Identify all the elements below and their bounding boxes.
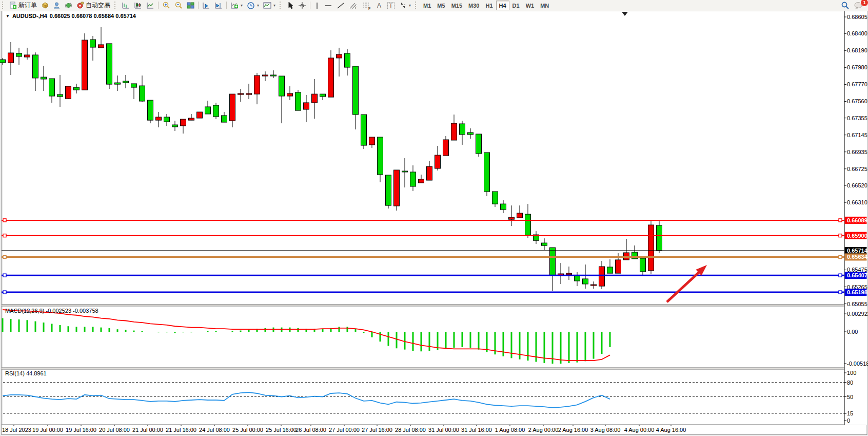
new-order-button[interactable]: 新订单 <box>7 1 39 10</box>
tf-button-M15[interactable]: M15 <box>448 1 465 10</box>
tf-button-M1[interactable]: M1 <box>420 1 434 10</box>
chart-title-bar[interactable]: ▼ AUDUSD-,H4 0.66025 0.66078 0.65684 0.6… <box>6 13 136 19</box>
line-handle[interactable] <box>3 234 6 237</box>
tf-button-W1[interactable]: W1 <box>523 1 538 10</box>
line-handle[interactable] <box>3 274 6 277</box>
price-tick-label: 0.67355 <box>847 115 867 121</box>
chevron-down-icon: ▾ <box>241 3 243 8</box>
tf-button-H4[interactable]: H4 <box>496 1 509 10</box>
templates-button[interactable]: ▾ <box>261 1 278 10</box>
candlestick-chart-button[interactable] <box>132 1 144 10</box>
tf-button-MN[interactable]: MN <box>537 1 552 10</box>
price-tag-label: 0.65634 <box>847 254 868 260</box>
channel-button[interactable]: E <box>347 1 360 10</box>
rsi-label: RSI(14) 44.8961 <box>5 370 47 376</box>
vertical-line-icon <box>314 2 320 10</box>
profile-button[interactable] <box>51 1 63 10</box>
toolbar-drag-handle[interactable] <box>415 2 418 9</box>
vertical-line-button[interactable] <box>312 1 322 10</box>
candle-body <box>197 112 203 118</box>
text-label-button[interactable]: T <box>385 1 397 10</box>
tf-button-M30[interactable]: M30 <box>465 1 482 10</box>
price-tick-label: 0.66310 <box>847 199 867 205</box>
bars-chart-icon <box>122 2 130 9</box>
crosshair-icon <box>298 2 306 10</box>
candle-body <box>66 86 71 99</box>
candle-body <box>230 94 235 121</box>
line-handle[interactable] <box>3 219 6 222</box>
line-handle[interactable] <box>3 291 6 294</box>
tile-windows-button[interactable] <box>185 1 196 10</box>
time-tick-label: 4 Aug 00:00 <box>624 427 655 433</box>
price-tick-label: 0.65055 <box>847 301 867 307</box>
line-handle[interactable] <box>839 291 842 294</box>
periods-button[interactable]: ▾ <box>245 1 261 10</box>
toolbar-drag-handle[interactable] <box>280 2 283 9</box>
notifications-button[interactable]: 1 <box>852 1 865 10</box>
line-chart-button[interactable] <box>144 1 156 10</box>
toolbar-drag-handle[interactable] <box>2 2 5 9</box>
price-axis[interactable]: 0.686050.684000.681900.679800.677700.675… <box>844 11 868 425</box>
candle-body <box>0 60 6 63</box>
line-handle[interactable] <box>839 274 842 277</box>
time-tick-label: 28 Jul 08:00 <box>395 427 426 433</box>
macd-axis-label: -0.005189 <box>847 361 868 367</box>
price-tag-label: 0.65714 <box>847 248 868 254</box>
cube-button[interactable] <box>39 1 51 10</box>
candle-body <box>517 213 523 218</box>
candle-body <box>312 94 318 103</box>
candle-body <box>394 170 400 206</box>
candle-body <box>575 276 580 281</box>
svg-text:F: F <box>368 6 370 10</box>
fibonacci-button[interactable]: F <box>360 1 373 10</box>
time-tick-label: 19 Jul 00:00 <box>32 427 63 433</box>
auto-trading-button[interactable]: 自动交易 <box>74 1 112 10</box>
fibonacci-icon: F <box>362 2 371 10</box>
svg-text:A: A <box>377 2 381 9</box>
trendline-button[interactable] <box>334 1 347 10</box>
time-tick-label: 3 Aug 08:00 <box>590 427 621 433</box>
chart-shift-icon <box>214 2 223 9</box>
chart-shift-button[interactable] <box>212 1 225 10</box>
candle-body <box>172 125 178 127</box>
tf-button-H1[interactable]: H1 <box>482 1 496 10</box>
candle-body <box>205 107 211 114</box>
arrows-button[interactable]: ▾ <box>397 1 413 10</box>
chart-menu-triangle-icon[interactable]: ▼ <box>6 14 10 18</box>
text-icon: A <box>376 2 383 9</box>
candle-body <box>427 166 432 180</box>
indicators-button[interactable]: ▾ <box>228 1 245 10</box>
zoom-in-button[interactable] <box>160 1 172 10</box>
zoom-out-button[interactable] <box>172 1 185 10</box>
line-handle[interactable] <box>839 219 842 222</box>
tf-button-M5[interactable]: M5 <box>434 1 448 10</box>
text-button[interactable]: A <box>373 1 385 10</box>
toolbar-drag-handle[interactable] <box>114 2 117 9</box>
tf-button-D1[interactable]: D1 <box>509 1 523 10</box>
bars-chart-button[interactable] <box>120 1 132 10</box>
cursor-button[interactable] <box>285 1 296 10</box>
line-handle[interactable] <box>839 255 842 258</box>
candle-body <box>16 53 22 56</box>
signals-button[interactable] <box>63 1 74 10</box>
line-handle[interactable] <box>3 255 6 258</box>
crosshair-button[interactable] <box>296 1 308 10</box>
candle-body <box>648 225 654 271</box>
candle-body <box>525 214 531 235</box>
candle-body <box>386 175 391 205</box>
chart-window <box>2 11 867 435</box>
candle-body <box>460 124 465 135</box>
line-handle[interactable] <box>839 234 842 237</box>
auto-scroll-button[interactable] <box>200 1 212 10</box>
main-toolbar: 新订单 自动交易 <box>0 0 868 11</box>
search-button[interactable] <box>839 1 852 10</box>
candle-body <box>246 93 252 94</box>
time-tick-label: 4 Aug 16:00 <box>656 427 686 433</box>
rsi-axis-label: 80 <box>847 380 853 386</box>
horizontal-line-button[interactable] <box>322 1 334 10</box>
candle-body <box>632 252 638 259</box>
chart-canvas[interactable]: MACD(12,26,9) -0.002523 -0.003758RSI(14)… <box>0 0 868 436</box>
rsi-axis-label: 15 <box>847 410 853 416</box>
time-tick-label: 25 Jul 16:00 <box>266 427 297 433</box>
price-tag-label: 0.65900 <box>847 233 867 239</box>
